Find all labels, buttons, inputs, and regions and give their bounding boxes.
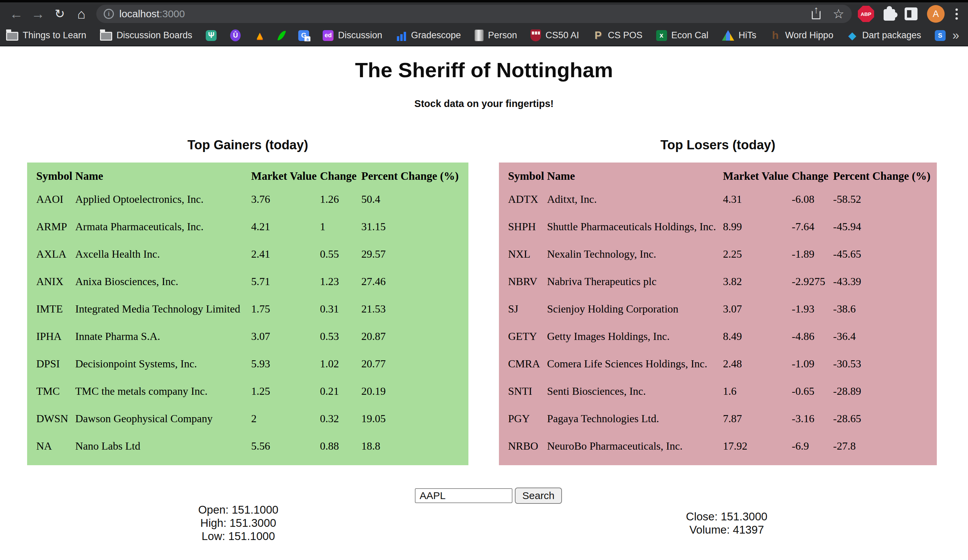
person-icon xyxy=(474,30,484,41)
cell: 7.87 xyxy=(723,405,792,432)
table-row: DWSNDawson Geophysical Company20.3219.05 xyxy=(27,405,468,432)
bookmark-discussion-boards[interactable]: Discussion Boards xyxy=(100,30,192,41)
folder-icon xyxy=(100,32,112,41)
cell: -1.93 xyxy=(792,295,833,323)
cell: 8.99 xyxy=(723,213,792,240)
share-icon[interactable] xyxy=(812,10,820,19)
bookmark-label: Econ Cal xyxy=(671,30,709,41)
cell: -3.16 xyxy=(792,405,833,432)
column-header: Change xyxy=(320,167,361,185)
bookmark-purple-shield-site[interactable]: Û xyxy=(230,30,240,41)
table-row: NRBONeuroBo Pharmaceuticals, Inc.17.92-6… xyxy=(499,432,937,460)
cell: 18.8 xyxy=(361,432,468,460)
gainers-section: Top Gainers (today) SymbolNameMarket Val… xyxy=(27,138,468,465)
bookmark-things-to-learn[interactable]: Things to Learn xyxy=(6,30,86,41)
bookmarks-list: Things to LearnDiscussion BoardsΨÛ▲GedDi… xyxy=(6,30,946,41)
search-button[interactable]: Search xyxy=(515,487,562,504)
cell: Nabriva Therapeutics plc xyxy=(547,268,723,295)
bookmark-hits[interactable]: HiTs xyxy=(722,30,756,41)
url-text: localhost:3000 xyxy=(119,8,185,20)
column-header: Market Value xyxy=(723,167,792,185)
bookmark-google-translate[interactable]: G xyxy=(298,30,309,41)
bookmark-label: HiTs xyxy=(739,30,756,41)
bookmark-person[interactable]: Person xyxy=(474,30,517,41)
cell: 2.41 xyxy=(251,240,320,268)
bookmark-star-icon[interactable]: ☆ xyxy=(833,7,844,20)
column-header: Percent Change (%) xyxy=(833,167,937,185)
bookmarks-overflow-chevron[interactable]: » xyxy=(952,28,959,43)
bookmark-label: CS50 AI xyxy=(545,30,579,41)
cell: 4.31 xyxy=(723,185,792,213)
cell: 3.07 xyxy=(251,323,320,350)
cell: Comera Life Sciences Holdings, Inc. xyxy=(547,350,723,378)
address-bar[interactable]: localhost:3000 ☆ xyxy=(96,5,852,23)
profile-avatar[interactable]: A xyxy=(927,5,945,23)
cell: DPSI xyxy=(27,350,75,378)
side-panel-icon[interactable] xyxy=(905,7,918,20)
cell: NA xyxy=(27,432,75,460)
stat-line: High: 151.3000 xyxy=(157,516,320,530)
purdue-p-icon: P xyxy=(592,30,603,41)
back-icon[interactable]: ← xyxy=(7,4,26,23)
bookmark-dart-packages[interactable]: ◆Dart packages xyxy=(847,30,921,41)
bookmark-word-hippo[interactable]: hWord Hippo xyxy=(770,30,834,41)
table-row: AAOIApplied Optoelectronics, Inc.3.761.2… xyxy=(27,185,468,213)
column-header: Symbol xyxy=(27,167,75,185)
bookmark-gradescope[interactable]: Gradescope xyxy=(396,30,461,41)
cell: 2.25 xyxy=(723,240,792,268)
cell: GETY xyxy=(499,323,547,350)
cell: Applied Optoelectronics, Inc. xyxy=(75,185,251,213)
bookmark-firebase[interactable]: ▲ xyxy=(254,30,265,41)
bookmark-ed-discussion[interactable]: edDiscussion xyxy=(323,30,382,41)
forward-icon[interactable]: → xyxy=(28,4,48,23)
table-row: IPHAInnate Pharma S.A.3.070.5320.87 xyxy=(27,323,468,350)
cell: -36.4 xyxy=(833,323,937,350)
cell: 2.48 xyxy=(723,350,792,378)
page-title: The Sheriff of Nottingham xyxy=(0,58,968,82)
cell: -45.94 xyxy=(833,213,937,240)
cell: TMC the metals company Inc. xyxy=(75,378,251,405)
cell: 31.15 xyxy=(361,213,468,240)
bookmark-cs-pos[interactable]: PCS POS xyxy=(592,30,642,41)
bookmark-robinhood[interactable] xyxy=(278,30,285,41)
cell: -6.9 xyxy=(792,432,833,460)
browser-chrome: ← → ↻ ⌂ localhost:3000 ☆ ABP A Things to… xyxy=(0,0,968,46)
cell: 5.93 xyxy=(251,350,320,378)
ticker-search-input[interactable] xyxy=(415,488,512,503)
table-row: DPSIDecisionpoint Systems, Inc.5.931.022… xyxy=(27,350,468,378)
bottom-section: Search Open: 151.1000High: 151.3000Low: … xyxy=(0,465,968,556)
cell: ADTX xyxy=(499,185,547,213)
site-info-icon[interactable] xyxy=(104,9,114,19)
extensions-puzzle-icon[interactable] xyxy=(883,9,895,21)
stat-line: Low: 151.1000 xyxy=(157,530,320,543)
bookmark-label: Discussion xyxy=(338,30,382,41)
page-content: The Sheriff of Nottingham Stock data on … xyxy=(0,58,968,556)
cell: ARMP xyxy=(27,213,75,240)
adblock-plus-icon[interactable]: ABP xyxy=(858,6,874,22)
bookmark-sprout-site[interactable]: Ψ xyxy=(206,30,217,41)
bookmark-cs50-ai[interactable]: CS50 AI xyxy=(530,30,579,41)
losers-section: Top Losers (today) SymbolNameMarket Valu… xyxy=(499,138,937,465)
table-row: NXLNexalin Technology, Inc.2.25-1.89-45.… xyxy=(499,240,937,268)
cell: TMC xyxy=(27,378,75,405)
table-row: NBRVNabriva Therapeutics plc3.82-2.9275-… xyxy=(499,268,937,295)
cell: 20.87 xyxy=(361,323,468,350)
table-row: ARMPArmata Pharmaceuticals, Inc.4.21131.… xyxy=(27,213,468,240)
harvard-shield-icon xyxy=(530,30,541,41)
gradescope-icon xyxy=(396,30,407,41)
cell: Dawson Geophysical Company xyxy=(75,405,251,432)
window-top-strip xyxy=(0,0,968,2)
menu-dots-icon[interactable] xyxy=(954,7,959,21)
column-header: Name xyxy=(75,167,251,185)
sprout-icon: Ψ xyxy=(206,30,217,41)
column-header: Percent Change (%) xyxy=(361,167,468,185)
cell: 1.23 xyxy=(320,268,361,295)
bookmark-songsterr[interactable]: SSongsterr xyxy=(935,30,946,41)
bookmark-econ-cal[interactable]: xEcon Cal xyxy=(656,30,709,41)
cell: -1.09 xyxy=(792,350,833,378)
cell: Getty Images Holdings, Inc. xyxy=(547,323,723,350)
table-row: TMCTMC the metals company Inc.1.250.2120… xyxy=(27,378,468,405)
home-icon[interactable]: ⌂ xyxy=(72,4,91,23)
toolbar-extensions-area: ABP A xyxy=(858,5,961,23)
reload-icon[interactable]: ↻ xyxy=(50,4,69,23)
